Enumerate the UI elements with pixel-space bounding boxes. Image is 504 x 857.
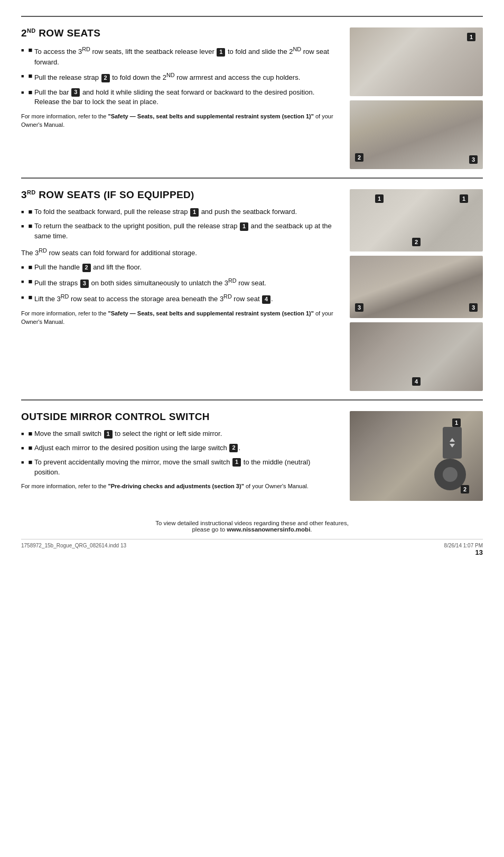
section-3rd-row-photos: 1 1 2 3 3 4 — [346, 189, 483, 391]
bullet-text: Adjust each mirror to the desired positi… — [34, 443, 240, 453]
bullet-text: To return the seatback to the upright po… — [34, 221, 337, 241]
storage-note: The 3RD row seats can fold forward for a… — [21, 247, 337, 258]
list-item: ■ Pull the bar 3 and hold it while slidi… — [21, 88, 337, 108]
page-number: 13 — [21, 548, 483, 556]
bullet-icon: ■ — [28, 45, 34, 55]
section-mirror-title: OUTSIDE MIRROR CONTROL SWITCH — [21, 411, 337, 423]
photo-badge-1: 1 — [467, 33, 475, 41]
photo-badge-3: 3 — [469, 155, 478, 164]
bullet-list-2nd-row: ■ To access the 3RD row seats, lift the … — [21, 45, 337, 107]
bullet-icon: ■ — [28, 429, 34, 439]
list-item: ■ To access the 3RD row seats, lift the … — [21, 45, 337, 67]
footnote-mirror-bold: "Pre-driving checks and adjustments (sec… — [108, 483, 244, 489]
badge-2: 2 — [229, 444, 238, 452]
section-2nd-row-photos: 1 2 3 — [346, 27, 483, 169]
list-item: ■ To return the seatback to the upright … — [21, 221, 337, 241]
list-item: ■ Pull the release strap 2 to fold down … — [21, 71, 337, 83]
list-item: ■ Lift the 3RD row seat to access the st… — [21, 293, 337, 304]
photo-badge-3b: 3 — [469, 303, 478, 312]
bullet-text: Move the small switch 1 to select the ri… — [34, 429, 222, 439]
photo-badge-3a: 3 — [355, 303, 363, 312]
badge-1: 1 — [217, 48, 225, 57]
section-2nd-row-title: 2ND ROW SEATS — [21, 27, 337, 39]
photo-2nd-row-1: 1 — [350, 27, 483, 96]
footer-links: To view detailed instructional videos re… — [21, 517, 483, 533]
bullet-icon: ■ — [28, 88, 34, 98]
bullet-icon: ■ — [28, 458, 34, 468]
footer-file-info: 1758972_15b_Rogue_QRG_082614.indd 13 — [21, 543, 126, 548]
bullet-icon: ■ — [28, 277, 34, 287]
section-3rd-row-title: 3RD ROW SEATS (if so equipped) — [21, 189, 337, 201]
footer-meta: 1758972_15b_Rogue_QRG_082614.indd 13 8/2… — [21, 539, 483, 548]
section-3rd-row-left: 3RD ROW SEATS (if so equipped) ■ To fold… — [21, 189, 337, 391]
bullet-text: Pull the bar 3 and hold it while sliding… — [34, 88, 337, 108]
list-item: ■ Move the small switch 1 to select the … — [21, 429, 337, 439]
photo-badge-1a: 1 — [375, 194, 384, 203]
photo-badge-1b: 1 — [460, 194, 468, 203]
bullet-icon: ■ — [28, 221, 34, 231]
badge-2: 2 — [82, 264, 91, 272]
photo-3rd-row-1: 1 1 2 — [350, 189, 483, 251]
footnote-mirror: For more information, refer to the "Pre-… — [21, 482, 337, 490]
photo-badge-2: 2 — [412, 238, 421, 246]
bullet-icon: ■ — [28, 207, 34, 217]
list-item: ■ Pull the straps 3 on both sides simult… — [21, 277, 337, 288]
section-3rd-row-seats: 3RD ROW SEATS (if so equipped) ■ To fold… — [21, 178, 483, 399]
photo-2nd-row-2: 2 3 — [350, 100, 483, 169]
bullet-list-3rd-row-2: ■ Pull the handle 2 and lift the floor. … — [21, 263, 337, 304]
photo-mirror-switch: 1 2 — [350, 411, 483, 501]
bullet-text: To access the 3RD row seats, lift the se… — [34, 45, 337, 67]
title-2nd-sup: ND — [27, 27, 36, 34]
badge-1: 1 — [190, 208, 199, 217]
footnote-2nd-row: For more information, refer to the "Safe… — [21, 113, 337, 129]
photo-3rd-row-2: 3 3 — [350, 256, 483, 318]
footer-date-info: 8/26/14 1:07 PM — [444, 543, 483, 548]
list-item: ■ To prevent accidentally moving the mir… — [21, 458, 337, 478]
list-item: ■ To fold the seatback forward, pull the… — [21, 207, 337, 217]
badge-3: 3 — [71, 88, 80, 97]
section-mirror-left: OUTSIDE MIRROR CONTROL SWITCH ■ Move the… — [21, 411, 337, 501]
footnote-3rd-row: For more information, refer to the "Safe… — [21, 310, 337, 326]
list-item: ■ Adjust each mirror to the desired posi… — [21, 443, 337, 453]
bullet-list-mirror: ■ Move the small switch 1 to select the … — [21, 429, 337, 477]
badge-2: 2 — [101, 74, 110, 82]
footnote-bold: "Safety — Seats, seat belts and suppleme… — [108, 113, 313, 119]
photo-3rd-row-3: 4 — [350, 322, 483, 391]
bullet-list-3rd-row-1: ■ To fold the seatback forward, pull the… — [21, 207, 337, 241]
badge-1: 1 — [104, 430, 113, 439]
photo-badge-2: 2 — [461, 485, 469, 493]
badge-4: 4 — [262, 295, 270, 304]
bullet-text: Pull the release strap 2 to fold down th… — [34, 71, 300, 83]
section-outside-mirror: OUTSIDE MIRROR CONTROL SWITCH ■ Move the… — [21, 399, 483, 509]
bullet-text: To prevent accidentally moving the mirro… — [34, 458, 337, 478]
footer-please-text: please go to www.nissanownersinfo.mobi. — [21, 526, 483, 533]
bullet-icon: ■ — [28, 71, 34, 81]
list-item: ■ Pull the handle 2 and lift the floor. — [21, 263, 337, 273]
photo-badge-2: 2 — [355, 153, 363, 162]
badge-1: 1 — [240, 222, 248, 231]
bullet-text: Pull the straps 3 on both sides simultan… — [34, 277, 266, 288]
bullet-text: To fold the seatback forward, pull the r… — [34, 207, 297, 217]
bullet-text: Lift the 3RD row seat to access the stor… — [34, 293, 273, 304]
photo-badge-1: 1 — [452, 418, 461, 427]
title-2nd-prefix: 2ND ROW SEATS — [21, 27, 100, 39]
bullet-icon: ■ — [28, 263, 34, 273]
footnote-bold: "Safety — Seats, seat belts and suppleme… — [108, 310, 313, 316]
footer-website: www.nissanownersinfo.mobi — [227, 526, 310, 533]
bullet-icon: ■ — [28, 293, 34, 303]
section-mirror-photo: 1 2 — [346, 411, 483, 501]
title-3rd-sup: RD — [27, 189, 36, 195]
photo-badge-4: 4 — [412, 377, 421, 386]
badge-1: 1 — [232, 458, 241, 467]
badge-3: 3 — [80, 280, 89, 288]
footer-view-text: To view detailed instructional videos re… — [21, 520, 483, 526]
section-2nd-row-seats: 2ND ROW SEATS ■ To access the 3RD row se… — [21, 16, 483, 178]
bullet-text: Pull the handle 2 and lift the floor. — [34, 263, 142, 273]
section-2nd-row-left: 2ND ROW SEATS ■ To access the 3RD row se… — [21, 27, 337, 169]
bullet-icon: ■ — [28, 443, 34, 453]
